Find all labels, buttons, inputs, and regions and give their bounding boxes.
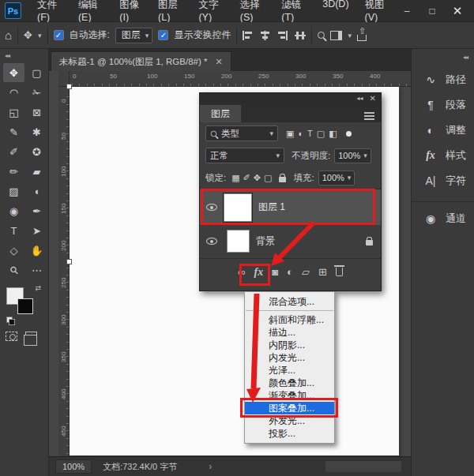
fx-menu-item-1[interactable]: 斜面和浮雕... xyxy=(245,313,334,326)
zoom-tool[interactable]: ⚲ xyxy=(0,256,28,284)
search-icon[interactable] xyxy=(318,32,325,39)
layers-tab[interactable]: 图层 xyxy=(200,105,241,122)
layer-name[interactable]: 背景 xyxy=(256,234,275,248)
lock-artboard-icon[interactable]: ▢ xyxy=(264,173,272,183)
panel-tab-paragraph[interactable]: ¶段落 xyxy=(412,92,474,118)
align-horizontal-centers-icon[interactable] xyxy=(260,31,270,40)
move-tool-icon[interactable]: ✥ xyxy=(24,30,32,40)
hand-tool[interactable]: ✋ xyxy=(26,241,47,260)
fx-menu-item-4[interactable]: 内发光... xyxy=(245,351,334,364)
delete-layer-icon[interactable] xyxy=(336,268,343,276)
chevron-down-icon[interactable]: ▾ xyxy=(348,32,352,39)
lock-image-icon[interactable]: ✐ xyxy=(243,173,250,183)
workspace-layout-icon[interactable] xyxy=(330,31,342,40)
history-brush-tool[interactable]: ✏ xyxy=(3,162,24,181)
link-layers-icon[interactable]: ∞ xyxy=(238,267,245,277)
layer-row-background[interactable]: 背景 xyxy=(200,225,381,257)
fx-menu-item-8[interactable]: 图案叠加... xyxy=(245,402,334,414)
panel-tab-character[interactable]: A|字符 xyxy=(412,168,474,193)
gradient-tool[interactable]: ▨ xyxy=(3,182,24,201)
scrollbar-thumb[interactable] xyxy=(325,461,401,472)
visibility-eye-icon[interactable] xyxy=(206,204,217,211)
lock-position-icon[interactable]: ✥ xyxy=(254,173,261,183)
home-icon[interactable]: ⌂ xyxy=(5,29,12,41)
layer-thumbnail[interactable] xyxy=(227,230,250,253)
lock-all-icon[interactable] xyxy=(279,177,286,182)
document-tab[interactable]: 未标题-1 @ 100%(图层 1, RGB/8#) * ✕ xyxy=(51,51,231,71)
dock-collapse-icon[interactable]: ◂◂ xyxy=(412,49,474,67)
panel-tab-adjustments[interactable]: ◐调整 xyxy=(412,118,474,143)
filter-toggle-icon[interactable] xyxy=(346,131,352,137)
swap-colors-icon[interactable]: ⇄ xyxy=(35,284,41,292)
filter-type-layers-icon[interactable]: T xyxy=(307,129,313,138)
layer-row-selected[interactable]: 图层 1 xyxy=(200,189,381,225)
clone-stamp-tool[interactable]: ✪ xyxy=(26,142,47,161)
spot-healing-tool[interactable]: ✁ xyxy=(26,83,47,102)
fx-menu-item-2[interactable]: 描边... xyxy=(245,326,334,339)
add-layer-mask-icon[interactable]: ◙ xyxy=(272,267,278,277)
brush-tool[interactable]: ✐ xyxy=(3,142,24,161)
panel-menu-icon[interactable] xyxy=(364,115,374,117)
fx-menu-item-7[interactable]: 渐变叠加... xyxy=(245,389,334,402)
eyedropper-tool[interactable]: ✎ xyxy=(3,122,24,141)
marquee-tool[interactable]: ▢ xyxy=(26,63,47,82)
panel-drag-bar[interactable]: ◂◂ ✕ xyxy=(200,93,381,103)
blur-tool[interactable]: ◉ xyxy=(3,201,24,220)
fx-menu-item-0[interactable]: 混合选项... xyxy=(245,295,334,308)
fx-menu-item-10[interactable]: 投影... xyxy=(245,427,334,440)
new-group-icon[interactable]: ▱ xyxy=(302,267,310,277)
transform-handle[interactable] xyxy=(66,84,72,89)
minimize-button[interactable]: – xyxy=(397,4,417,18)
status-chevron-icon[interactable]: › xyxy=(209,461,212,472)
auto-select-dropdown[interactable]: 图层 ▾ xyxy=(115,28,153,43)
panel-tab-paths[interactable]: ∿路径 xyxy=(412,67,474,92)
chevron-down-icon[interactable]: ▾ xyxy=(38,32,42,39)
screen-mode-icon[interactable] xyxy=(25,332,37,341)
filter-pixel-layers-icon[interactable]: ▣ xyxy=(286,129,294,139)
filter-shape-layers-icon[interactable]: ▢ xyxy=(317,129,325,139)
patch-tool[interactable]: ✱ xyxy=(26,122,47,141)
path-select-tool[interactable]: ➤ xyxy=(26,221,47,240)
crop-tool[interactable]: ◱ xyxy=(3,103,24,122)
align-right-edges-icon[interactable] xyxy=(277,31,288,40)
close-button[interactable]: ✕ xyxy=(447,4,468,18)
distribute-icon[interactable] xyxy=(295,31,306,40)
move-tool[interactable]: ✥ xyxy=(3,63,24,82)
panel-collapse-icon[interactable]: ◂◂ xyxy=(357,95,363,102)
dodge-tool[interactable]: ◖ xyxy=(26,182,47,201)
filter-type-dropdown[interactable]: 类型 ▾ xyxy=(205,126,278,141)
zoom-level-field[interactable]: 100% xyxy=(55,459,92,474)
panel-tab-styles[interactable]: fx样式 xyxy=(412,143,474,168)
adjustment-layer-icon[interactable]: ◐ xyxy=(287,267,293,277)
frame-tool[interactable]: ⊠ xyxy=(26,103,47,122)
transform-handle[interactable] xyxy=(66,259,72,264)
layer-name[interactable]: 图层 1 xyxy=(258,201,285,214)
visibility-eye-icon[interactable] xyxy=(206,238,217,245)
background-color-swatch[interactable] xyxy=(17,298,33,314)
pen-tool[interactable]: ✒ xyxy=(26,201,47,220)
eraser-tool[interactable]: ▰ xyxy=(26,162,47,181)
filter-adjustment-layers-icon[interactable]: ◐ xyxy=(298,129,303,138)
share-icon[interactable] xyxy=(357,35,367,41)
toolbar-collapse-icon[interactable]: ◂◂ xyxy=(0,49,48,61)
layer-style-fx-icon[interactable]: fx xyxy=(254,267,263,278)
default-colors-icon[interactable] xyxy=(6,317,14,324)
maximize-button[interactable]: □ xyxy=(422,4,442,18)
auto-select-checkbox[interactable]: ✓ xyxy=(54,30,64,40)
fx-menu-item-5[interactable]: 光泽... xyxy=(245,364,334,377)
fx-menu-item-9[interactable]: 外发光... xyxy=(245,414,334,427)
panel-close-icon[interactable]: ✕ xyxy=(370,94,376,103)
lock-transparency-icon[interactable]: ▦ xyxy=(231,173,239,183)
fx-menu-item-6[interactable]: 颜色叠加... xyxy=(245,377,334,389)
filter-smart-objects-icon[interactable]: ◧ xyxy=(329,129,337,139)
edit-toolbar[interactable]: ⋯ xyxy=(26,260,47,279)
blend-mode-dropdown[interactable]: 正常 ▾ xyxy=(205,148,284,163)
fill-field[interactable]: 100% ▾ xyxy=(318,171,356,186)
layer-thumbnail[interactable] xyxy=(224,193,252,222)
type-tool[interactable]: T xyxy=(3,221,24,240)
show-transform-checkbox[interactable]: ✓ xyxy=(158,30,168,40)
tab-close-icon[interactable]: ✕ xyxy=(215,57,222,67)
quick-mask-icon[interactable] xyxy=(6,332,17,341)
panel-tab-channels[interactable]: ◉通道 xyxy=(412,201,474,231)
opacity-field[interactable]: 100% ▾ xyxy=(334,148,371,163)
